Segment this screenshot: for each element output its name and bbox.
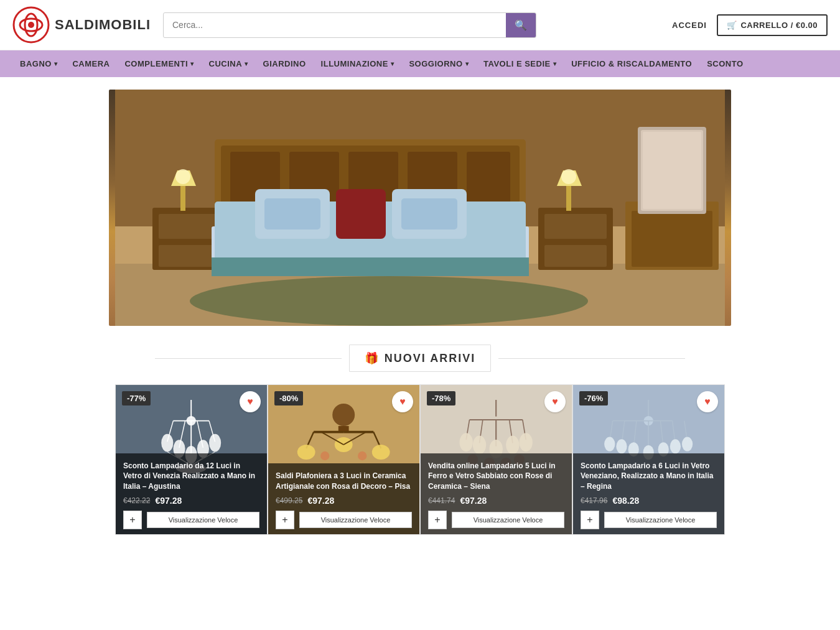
quick-view-button[interactable]: Visualizzazione Veloce bbox=[604, 512, 717, 528]
section-title-row: 🎁 NUOVI ARRIVI bbox=[0, 345, 840, 372]
product-prices: €499.25 €97.28 bbox=[276, 496, 412, 506]
svg-point-80 bbox=[473, 436, 486, 455]
product-card: -77% ♥ Sconto Lampadario da 12 Luci in V… bbox=[115, 384, 268, 535]
discount-badge: -78% bbox=[427, 391, 455, 405]
product-info: Sconto Lampadario a 6 Luci in Vetro Vene… bbox=[573, 453, 724, 534]
svg-point-8 bbox=[190, 276, 588, 326]
quick-view-button[interactable]: Visualizzazione Veloce bbox=[299, 512, 412, 528]
chevron-down-icon: ▾ bbox=[553, 60, 557, 67]
nav-item-ufficio---riscaldamento[interactable]: UFFICIO & RISCALDAMENTO bbox=[564, 50, 699, 77]
quick-view-button[interactable]: Visualizzazione Veloce bbox=[147, 512, 259, 528]
gift-icon: 🎁 bbox=[365, 351, 378, 365]
nav-label: GIARDINO bbox=[263, 59, 306, 68]
search-bar: 🔍 bbox=[163, 12, 536, 38]
svg-point-70 bbox=[320, 452, 329, 460]
svg-rect-33 bbox=[566, 186, 571, 211]
site-header: SALDIMOBILI 🔍 ACCEDI 🛒 CARRELLO / €0.00 bbox=[0, 0, 840, 50]
cart-button[interactable]: 🛒 CARRELLO / €0.00 bbox=[717, 14, 828, 36]
price-current: €97.28 bbox=[307, 496, 334, 506]
svg-point-14 bbox=[175, 169, 190, 184]
quick-view-button[interactable]: Visualizzazione Veloce bbox=[452, 512, 564, 528]
nav-label: SCONTO bbox=[707, 59, 743, 68]
wishlist-button[interactable]: ♥ bbox=[544, 391, 566, 412]
svg-rect-25 bbox=[336, 189, 386, 239]
product-info: Saldi Plafoniera a 3 Luci in Ceramica Ar… bbox=[268, 463, 419, 534]
wishlist-button[interactable]: ♥ bbox=[240, 391, 261, 412]
product-name: Vendita online Lampadario 5 Luci in Ferr… bbox=[428, 461, 564, 492]
svg-point-35 bbox=[561, 169, 576, 184]
title-line-right bbox=[498, 358, 685, 359]
price-original: €441.74 bbox=[428, 496, 455, 505]
svg-rect-31 bbox=[544, 214, 607, 239]
add-to-cart-button[interactable]: + bbox=[276, 511, 294, 529]
product-prices: €417.96 €98.28 bbox=[581, 496, 717, 506]
nav-label: SOGGIORNO bbox=[409, 59, 462, 68]
section-title-text: NUOVI ARRIVI bbox=[385, 352, 475, 365]
nav-label: UFFICIO & RISCALDAMENTO bbox=[571, 59, 692, 68]
header-actions: ACCEDI 🛒 CARRELLO / €0.00 bbox=[672, 14, 828, 36]
price-current: €97.28 bbox=[460, 496, 487, 506]
product-name: Sconto Lampadario a 6 Luci in Vetro Vene… bbox=[581, 461, 717, 492]
nav-item-giardino[interactable]: GIARDINO bbox=[256, 50, 314, 77]
brand-name: SALDIMOBILI bbox=[55, 17, 151, 33]
nav-item-tavoli-e-sedie[interactable]: TAVOLI E SEDIE▾ bbox=[476, 50, 564, 77]
discount-badge: -76% bbox=[579, 391, 608, 405]
quick-view-row: + Visualizzazione Veloce bbox=[123, 511, 259, 529]
product-prices: €441.74 €97.28 bbox=[428, 496, 564, 506]
chevron-down-icon: ▾ bbox=[54, 60, 58, 67]
nav-item-illuminazione[interactable]: ILLUMINAZIONE▾ bbox=[314, 50, 402, 77]
svg-point-83 bbox=[520, 433, 533, 452]
add-to-cart-button[interactable]: + bbox=[581, 511, 599, 529]
price-current: €97.28 bbox=[155, 496, 182, 506]
title-line-left bbox=[155, 358, 342, 359]
price-current: €98.28 bbox=[612, 496, 639, 506]
product-name: Saldi Plafoniera a 3 Luci in Ceramica Ar… bbox=[276, 471, 412, 492]
product-info: Sconto Lampadario da 12 Luci in Vetro di… bbox=[116, 453, 267, 534]
svg-point-59 bbox=[332, 404, 355, 426]
search-button[interactable]: 🔍 bbox=[506, 13, 536, 37]
cart-label: CARRELLO / €0.00 bbox=[740, 21, 818, 30]
svg-point-67 bbox=[372, 445, 390, 460]
cart-icon: 🛒 bbox=[727, 21, 737, 30]
nav-item-camera[interactable]: CAMERA bbox=[65, 50, 117, 77]
discount-badge: -77% bbox=[122, 391, 151, 405]
svg-point-3 bbox=[28, 22, 34, 28]
hero-svg bbox=[109, 90, 731, 326]
svg-point-104 bbox=[670, 439, 681, 453]
svg-rect-40 bbox=[643, 132, 701, 209]
product-info: Vendita online Lampadario 5 Luci in Ferr… bbox=[421, 453, 572, 534]
nav-label: COMPLEMENTI bbox=[124, 59, 188, 68]
nav-label: CUCINA bbox=[209, 59, 243, 68]
nav-item-complementi[interactable]: COMPLEMENTI▾ bbox=[117, 50, 201, 77]
search-input[interactable] bbox=[164, 14, 506, 36]
chevron-down-icon: ▾ bbox=[391, 60, 394, 67]
chevron-down-icon: ▾ bbox=[465, 60, 469, 67]
quick-view-row: + Visualizzazione Veloce bbox=[276, 511, 412, 529]
wishlist-button[interactable]: ♥ bbox=[392, 391, 413, 412]
nav-item-bagno[interactable]: BAGNO▾ bbox=[12, 50, 65, 77]
discount-badge: -80% bbox=[274, 391, 303, 405]
hero-banner bbox=[109, 90, 731, 326]
logo-icon bbox=[12, 6, 50, 44]
chevron-down-icon: ▾ bbox=[190, 60, 194, 67]
accedi-link[interactable]: ACCEDI bbox=[672, 21, 707, 30]
svg-point-105 bbox=[682, 437, 693, 452]
nav-item-soggiorno[interactable]: SOGGIORNO▾ bbox=[401, 50, 476, 77]
price-original: €417.96 bbox=[581, 496, 607, 505]
logo-link[interactable]: SALDIMOBILI bbox=[12, 6, 151, 44]
wishlist-button[interactable]: ♥ bbox=[697, 391, 718, 412]
products-grid: -77% ♥ Sconto Lampadario da 12 Luci in V… bbox=[109, 384, 731, 535]
product-card: -78% ♥ Vendita online Lampadario 5 Luci … bbox=[420, 384, 572, 535]
nav-label: CAMERA bbox=[72, 59, 110, 68]
svg-rect-32 bbox=[544, 245, 607, 267]
section-title-wrapper: 🎁 NUOVI ARRIVI bbox=[349, 345, 491, 372]
add-to-cart-button[interactable]: + bbox=[428, 511, 447, 529]
product-card: -76% ♥ Sconto Lampadario a 6 Luci in Vet… bbox=[572, 384, 725, 535]
nav-item-cucina[interactable]: CUCINA▾ bbox=[202, 50, 256, 77]
quick-view-row: + Visualizzazione Veloce bbox=[581, 511, 717, 529]
nav-label: ILLUMINAZIONE bbox=[321, 59, 388, 68]
svg-rect-29 bbox=[212, 257, 529, 276]
add-to-cart-button[interactable]: + bbox=[123, 511, 142, 529]
nav-item-sconto[interactable]: SCONTO bbox=[699, 50, 750, 77]
nav-label: BAGNO bbox=[20, 59, 52, 68]
